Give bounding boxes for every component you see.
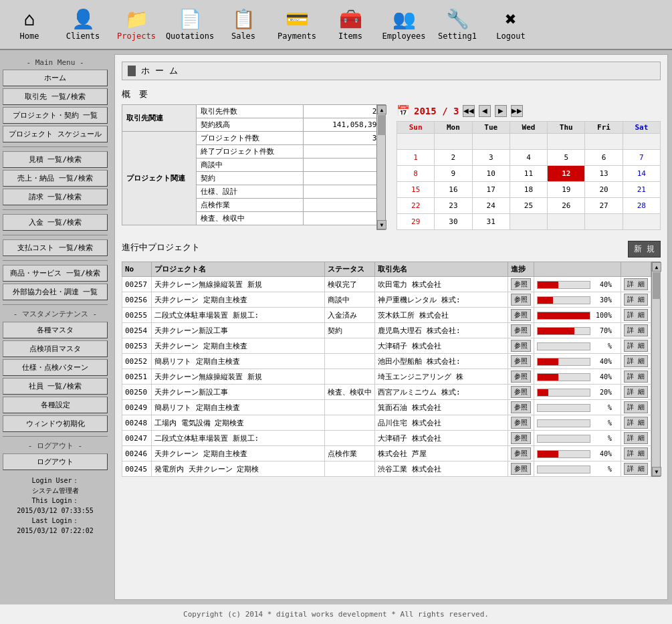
calendar-day[interactable]: 21 xyxy=(623,182,660,198)
table-row[interactable]: 00245発電所内 天井クレーン 定期検渋谷工業 株式会社参照%詳 細 xyxy=(122,461,651,477)
calendar-day[interactable]: 20 xyxy=(585,182,623,198)
project-ref-btn[interactable]: 参照 xyxy=(511,324,531,336)
calendar-day[interactable]: 11 xyxy=(510,166,547,182)
project-ref-btn[interactable]: 参照 xyxy=(511,417,531,429)
sidebar-partners-btn[interactable]: 外部協力会社・調達 一覧 xyxy=(3,284,108,300)
calendar-day[interactable]: 5 xyxy=(548,150,585,166)
cal-last-btn[interactable]: ▶▶ xyxy=(511,105,523,117)
table-row[interactable]: 00251天井クレーン無線操縦装置 新規埼玉エンジニアリング 株参照40%詳 細 xyxy=(122,369,651,385)
table-row[interactable]: 00249簡易リフト 定期自主検査箕面石油 株式会社参照%詳 細 xyxy=(122,400,651,415)
project-detail-btn[interactable]: 詳 細 xyxy=(624,309,648,321)
nav-projects[interactable]: Projects xyxy=(110,4,163,45)
scroll-up-btn[interactable]: ▲ xyxy=(377,105,386,114)
calendar-day[interactable]: 23 xyxy=(435,198,472,214)
sidebar-employees-btn[interactable]: 社員 一覧/検索 xyxy=(3,378,108,395)
project-detail-btn[interactable]: 詳 細 xyxy=(624,417,648,429)
project-ref-btn[interactable]: 参照 xyxy=(511,278,531,290)
sidebar-pattern-btn[interactable]: 仕様・点検パターン xyxy=(3,359,108,376)
project-ref-btn[interactable]: 参照 xyxy=(511,463,531,475)
project-ref-btn[interactable]: 参照 xyxy=(511,447,531,459)
nav-clients[interactable]: Clients xyxy=(56,4,110,45)
sidebar-master-btn[interactable]: 各種マスタ xyxy=(3,322,108,338)
cal-first-btn[interactable]: ◀◀ xyxy=(463,105,475,117)
sidebar-clients-btn[interactable]: 取引先 一覧/検索 xyxy=(3,88,108,105)
project-detail-btn[interactable]: 詳 細 xyxy=(624,294,648,306)
project-ref-btn[interactable]: 参照 xyxy=(511,386,531,398)
calendar-day[interactable]: 15 xyxy=(397,182,435,198)
summary-scrollbar[interactable]: ▲ ▼ xyxy=(376,104,386,230)
sidebar-inspection-btn[interactable]: 点検項目マスタ xyxy=(3,340,108,357)
table-row[interactable]: 00256天井クレーン 定期自主検査商談中神戸重機レンタル 株式:参照30%詳 … xyxy=(122,292,651,308)
table-row[interactable]: 00248工場内 電気設備 定期検査品川住宅 株式会社参照%詳 細 xyxy=(122,415,651,431)
sidebar-init-btn[interactable]: ウィンドウ初期化 xyxy=(3,415,108,432)
calendar-day[interactable]: 28 xyxy=(623,198,660,214)
sidebar-products-btn[interactable]: 商品・サービス 一覧/検索 xyxy=(3,265,108,282)
projects-scrollbar[interactable]: ▲ ▼ xyxy=(651,262,661,477)
project-detail-btn[interactable]: 詳 細 xyxy=(624,447,648,459)
calendar-day[interactable]: 22 xyxy=(397,198,435,214)
project-ref-btn[interactable]: 参照 xyxy=(511,309,531,321)
project-detail-btn[interactable]: 詳 細 xyxy=(624,463,648,475)
calendar-day[interactable]: 29 xyxy=(397,214,435,230)
nav-payments[interactable]: Payments xyxy=(270,4,324,45)
table-row[interactable]: 00254天井クレーン新設工事契約鹿児島大理石 株式会社:参照70%詳 細 xyxy=(122,323,651,338)
sidebar-settings-btn[interactable]: 各種設定 xyxy=(3,397,108,413)
table-row[interactable]: 00247二段式立体駐車場装置 新規工:大津硝子 株式会社参照%詳 細 xyxy=(122,431,651,446)
calendar-day[interactable]: 24 xyxy=(472,198,510,214)
table-row[interactable]: 00257天井クレーン無線操縦装置 新規検収完了吹田電力 株式会社参照40%詳 … xyxy=(122,277,651,292)
calendar-day[interactable]: 12 xyxy=(548,166,585,182)
project-detail-btn[interactable]: 詳 細 xyxy=(624,386,648,398)
calendar-day[interactable]: 10 xyxy=(472,166,510,182)
project-detail-btn[interactable]: 詳 細 xyxy=(624,401,648,413)
calendar-day[interactable]: 25 xyxy=(510,198,547,214)
sidebar-schedule-btn[interactable]: プロジェクト スケジュール xyxy=(3,126,108,142)
project-detail-btn[interactable]: 詳 細 xyxy=(624,278,648,290)
sidebar-invoice-btn[interactable]: 請求 一覧/検索 xyxy=(3,189,108,205)
table-row[interactable]: 00255二段式立体駐車場装置 新規工:入金済み茨木鉄工所 株式会社参照100%… xyxy=(122,308,651,323)
nav-items[interactable]: Items xyxy=(324,4,377,45)
scroll-down-btn[interactable]: ▼ xyxy=(377,220,386,229)
calendar-day[interactable]: 3 xyxy=(472,150,510,166)
nav-quotations[interactable]: Quotations xyxy=(163,4,217,45)
proj-scroll-down[interactable]: ▼ xyxy=(652,467,661,476)
table-row[interactable]: 00253天井クレーン 定期自主検査大津硝子 株式会社参照%詳 細 xyxy=(122,338,651,354)
nav-home[interactable]: Home xyxy=(3,4,56,45)
calendar-day[interactable]: 27 xyxy=(585,198,623,214)
calendar-day[interactable]: 2 xyxy=(435,150,472,166)
cal-next-btn[interactable]: ▶ xyxy=(495,105,507,117)
calendar-day[interactable]: 1 xyxy=(397,150,435,166)
calendar-day[interactable]: 16 xyxy=(435,182,472,198)
calendar-day[interactable]: 19 xyxy=(548,182,585,198)
calendar-day[interactable]: 8 xyxy=(397,166,435,182)
sidebar-projects-btn[interactable]: プロジェクト・契約 一覧 xyxy=(3,107,108,124)
project-ref-btn[interactable]: 参照 xyxy=(511,401,531,413)
sidebar-payment-btn[interactable]: 入金 一覧/検索 xyxy=(3,214,108,231)
table-row[interactable]: 00250天井クレーン新設工事検査、検収中西宮アルミニウム 株式:参照20%詳 … xyxy=(122,385,651,400)
calendar-day[interactable]: 14 xyxy=(623,166,660,182)
table-row[interactable]: 00252簡易リフト 定期自主検査池田小型船舶 株式会社:参照40%詳 細 xyxy=(122,354,651,369)
project-ref-btn[interactable]: 参照 xyxy=(511,355,531,367)
project-detail-btn[interactable]: 詳 細 xyxy=(624,432,648,444)
nav-setting1[interactable]: Setting1 xyxy=(431,4,484,45)
sidebar-cost-btn[interactable]: 支払コスト 一覧/検索 xyxy=(3,239,108,256)
calendar-day[interactable]: 17 xyxy=(472,182,510,198)
project-detail-btn[interactable]: 詳 細 xyxy=(624,340,648,352)
nav-sales[interactable]: Sales xyxy=(217,4,270,45)
project-ref-btn[interactable]: 参照 xyxy=(511,340,531,352)
calendar-day[interactable]: 9 xyxy=(435,166,472,182)
new-project-btn[interactable]: 新 規 xyxy=(628,241,661,257)
nav-employees[interactable]: Employees xyxy=(377,4,431,45)
project-detail-btn[interactable]: 詳 細 xyxy=(624,324,648,336)
sidebar-estimate-btn[interactable]: 見積 一覧/検索 xyxy=(3,151,108,168)
sidebar-home-btn[interactable]: ホーム xyxy=(3,70,108,86)
project-detail-btn[interactable]: 詳 細 xyxy=(624,371,648,383)
calendar-day[interactable]: 26 xyxy=(548,198,585,214)
calendar-day[interactable]: 30 xyxy=(435,214,472,230)
calendar-day[interactable]: 7 xyxy=(623,150,660,166)
table-row[interactable]: 00246天井クレーン 定期自主検査点検作業株式会社 芦屋参照40%詳 細 xyxy=(122,446,651,461)
calendar-day[interactable]: 31 xyxy=(472,214,510,230)
project-ref-btn[interactable]: 参照 xyxy=(511,294,531,306)
sidebar-sales-btn[interactable]: 売上・納品 一覧/検索 xyxy=(3,170,108,187)
project-detail-btn[interactable]: 詳 細 xyxy=(624,355,648,367)
calendar-day[interactable]: 4 xyxy=(510,150,547,166)
